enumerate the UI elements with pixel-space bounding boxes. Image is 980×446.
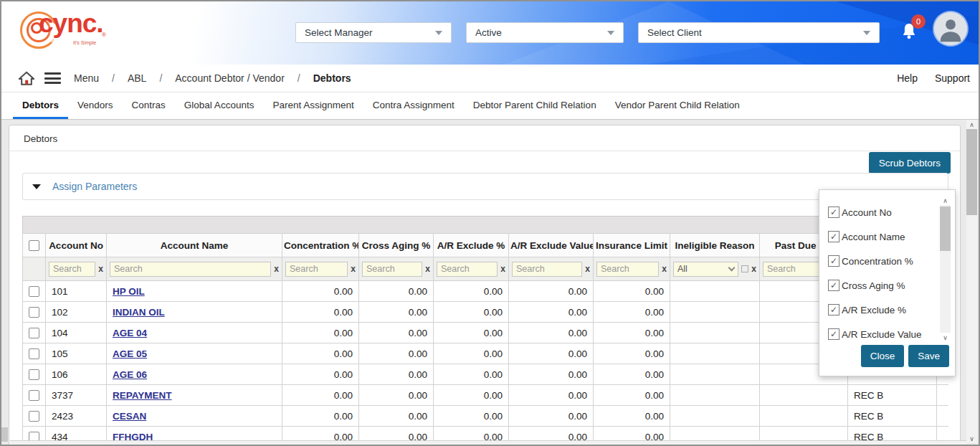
cell-ar_exclude_pct: 0.00 (434, 343, 509, 364)
cync-logo: cync. ® It's Simple (20, 7, 113, 54)
popup-option[interactable]: ✓A/R Exclude Value (828, 322, 922, 346)
home-icon[interactable] (19, 71, 34, 85)
row-checkbox[interactable] (29, 348, 39, 359)
clear-search-icon[interactable]: x (585, 264, 590, 274)
tab-vendors[interactable]: Vendors (68, 92, 123, 119)
search-input[interactable] (49, 262, 95, 277)
clear-search-icon[interactable]: x (662, 264, 667, 274)
tab-debtor-parent-child-relation[interactable]: Debtor Parent Child Relation (464, 92, 606, 119)
option-checkbox[interactable]: ✓ (828, 280, 839, 291)
clear-search-icon[interactable]: x (98, 264, 103, 274)
clear-search-icon[interactable]: x (425, 264, 430, 274)
row-checkbox[interactable] (29, 328, 39, 338)
search-input[interactable] (110, 262, 271, 277)
save-button[interactable]: Save (908, 345, 949, 367)
tab-parent-assignment[interactable]: Parent Assignment (263, 92, 363, 119)
popup-option[interactable]: ✓A/R Exclude % (828, 298, 922, 322)
page-horizontal-scrollbar[interactable] (10, 440, 966, 445)
column-header[interactable]: Ineligible Reason (670, 234, 760, 257)
clear-search-icon[interactable]: x (351, 264, 356, 274)
cell-account_no: 104 (46, 323, 107, 343)
search-cell: x (46, 257, 107, 281)
popup-scrollbar-thumb[interactable] (940, 207, 951, 251)
status-select[interactable]: Active (466, 22, 624, 43)
account-link[interactable]: AGE 05 (113, 348, 147, 359)
row-checkbox-cell (23, 406, 46, 427)
cell-ineligible_reason (670, 323, 760, 343)
scroll-down-icon[interactable]: ∨ (940, 333, 951, 342)
option-checkbox[interactable]: ✓ (828, 207, 839, 218)
option-checkbox[interactable]: ✓ (828, 255, 839, 267)
popup-option[interactable]: ✓Concentration % (828, 249, 922, 273)
clear-search-icon[interactable]: x (274, 264, 279, 274)
account-link[interactable]: HP OIL (113, 286, 145, 297)
breadcrumb-item-account-debtor-vendor[interactable]: Account Debtor / Vendor (175, 72, 285, 84)
column-header[interactable]: Cross Aging % (359, 234, 434, 257)
search-input[interactable] (362, 262, 422, 277)
account-link[interactable]: INDIAN OIL (113, 307, 165, 318)
option-checkbox[interactable]: ✓ (828, 304, 839, 315)
user-avatar[interactable] (934, 12, 967, 45)
column-header[interactable]: A/R Exclude % (434, 234, 509, 257)
popup-option[interactable]: ✓Cross Aging % (828, 273, 922, 298)
chevron-down-icon (863, 31, 870, 35)
hamburger-menu-icon[interactable] (44, 72, 61, 84)
breadcrumb-item-abl[interactable]: ABL (128, 72, 146, 84)
scroll-up-icon[interactable]: ∧ (966, 120, 977, 129)
account-link[interactable]: CESAN (113, 411, 146, 422)
popup-scrollbar-track[interactable] (940, 205, 951, 333)
cell-concentration: 0.00 (282, 343, 359, 364)
row-checkbox[interactable] (29, 307, 39, 318)
search-input[interactable] (285, 262, 348, 277)
scrollbar-edge (1, 427, 8, 442)
select-all-checkbox[interactable] (29, 240, 39, 251)
filter-options-icon[interactable] (741, 265, 748, 272)
tab-debtors[interactable]: Debtors (13, 92, 68, 119)
column-header[interactable]: Insurance Limit (594, 234, 670, 257)
manager-select[interactable]: Select Manager (295, 22, 452, 43)
row-checkbox[interactable] (29, 390, 39, 401)
account-link[interactable]: AGE 04 (113, 328, 147, 338)
search-input[interactable] (437, 262, 498, 277)
scroll-down-icon[interactable]: ∨ (966, 434, 977, 443)
page-vertical-scrollbar[interactable]: ∧ ∨ (966, 120, 977, 443)
client-select[interactable]: Select Client (638, 22, 880, 43)
table-row: 106AGE 060.000.000.000.000.00 (23, 364, 949, 385)
help-link[interactable]: Help (897, 72, 918, 84)
cell-account_no: 3737 (46, 385, 107, 406)
row-checkbox[interactable] (29, 411, 39, 422)
account-link[interactable]: REPAYMENT (113, 390, 172, 401)
tab-contra-assignment[interactable]: Contra Assignment (363, 92, 464, 119)
option-label: Account Name (842, 232, 905, 242)
column-header[interactable]: Account Name (107, 234, 282, 257)
assign-parameters-toggle[interactable]: Assign Parameters (22, 173, 948, 200)
tab-contras[interactable]: Contras (123, 92, 175, 119)
column-header[interactable]: Account No (46, 234, 107, 257)
cell-insurance_limit: 0.00 (594, 323, 670, 343)
search-input[interactable] (512, 262, 582, 277)
popup-option[interactable]: ✓Account Name (828, 224, 922, 249)
account-link[interactable]: AGE 06 (113, 369, 147, 380)
popup-scrollbar[interactable]: ∧ ∨ (940, 196, 951, 342)
close-button[interactable]: Close (861, 345, 905, 367)
page-scrollbar-thumb[interactable] (966, 129, 977, 215)
row-checkbox[interactable] (29, 369, 39, 380)
option-checkbox[interactable]: ✓ (828, 231, 839, 242)
column-header[interactable]: A/R Exclude Value (509, 234, 594, 257)
tab-vendor-parent-child-relation[interactable]: Vendor Parent Child Relation (606, 92, 749, 119)
page-scrollbar-track[interactable] (966, 129, 977, 434)
ineligible-filter-select[interactable]: All (673, 262, 738, 277)
scrub-debtors-button[interactable]: Scrub Debtors (869, 152, 951, 174)
search-cell: x (359, 257, 434, 281)
clear-search-icon[interactable]: x (500, 264, 505, 274)
clear-search-icon[interactable]: x (751, 264, 756, 274)
row-checkbox[interactable] (29, 286, 39, 297)
scroll-up-icon[interactable]: ∧ (940, 196, 951, 205)
option-checkbox[interactable]: ✓ (828, 328, 839, 340)
column-header[interactable]: Concentration % (282, 234, 359, 257)
popup-option[interactable]: ✓Account No (828, 200, 922, 224)
search-input[interactable] (596, 262, 659, 277)
support-link[interactable]: Support (935, 72, 970, 84)
tab-global-accounts[interactable]: Global Accounts (175, 92, 264, 119)
breadcrumb-menu[interactable]: Menu (74, 72, 99, 84)
